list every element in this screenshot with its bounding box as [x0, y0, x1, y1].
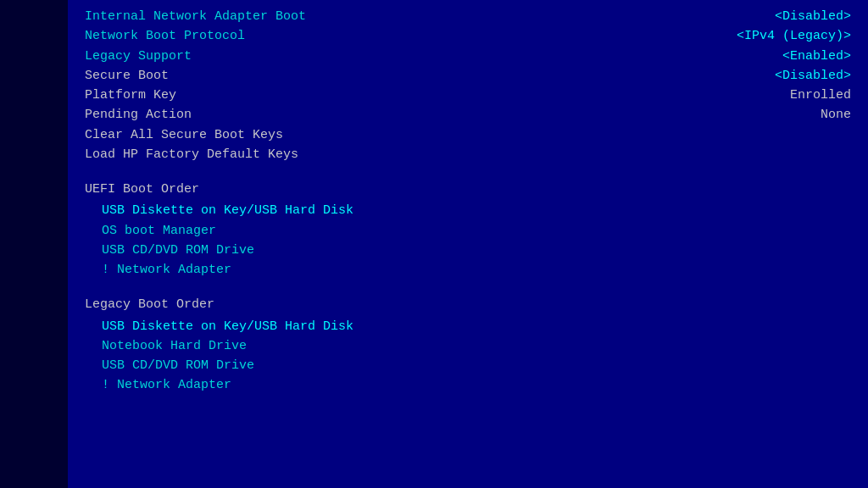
label-internal-network: Internal Network Adapter Boot	[85, 7, 306, 26]
label-clear-secure-boot: Clear All Secure Boot Keys	[85, 125, 283, 145]
value-network-boot-protocol: <IPv4 (Legacy)>	[737, 26, 851, 46]
label-pending-action: Pending Action	[85, 105, 192, 125]
left-panel	[0, 0, 68, 488]
row-network-boot-protocol: Network Boot Protocol <IPv4 (Legacy)>	[85, 26, 851, 46]
spacer-1	[85, 164, 851, 171]
legacy-item-notebook-hdd[interactable]: Notebook Hard Drive	[85, 336, 851, 356]
row-secure-boot: Secure Boot <Disabled>	[85, 66, 851, 86]
uefi-item-network-adapter[interactable]: ! Network Adapter	[85, 260, 851, 280]
bios-content: Internal Network Adapter Boot <Disabled>…	[68, 0, 868, 488]
row-clear-secure-boot[interactable]: Clear All Secure Boot Keys	[85, 125, 851, 145]
legacy-item-usb-cdvd-rom[interactable]: USB CD/DVD ROM Drive	[85, 356, 851, 375]
legacy-item-network-adapter[interactable]: ! Network Adapter	[85, 375, 851, 395]
uefi-item-os-boot-manager[interactable]: OS boot Manager	[85, 221, 851, 241]
legacy-boot-order-header: Legacy Boot Order	[85, 295, 851, 314]
row-load-hp-keys[interactable]: Load HP Factory Default Keys	[85, 145, 851, 164]
label-secure-boot: Secure Boot	[85, 66, 169, 86]
value-legacy-support: <Enabled>	[782, 47, 851, 66]
spacer-2	[85, 280, 851, 286]
row-legacy-support: Legacy Support <Enabled>	[85, 47, 851, 66]
label-legacy-support: Legacy Support	[85, 47, 192, 66]
label-load-hp-keys: Load HP Factory Default Keys	[85, 145, 298, 164]
uefi-item-usb-diskette[interactable]: USB Diskette on Key/USB Hard Disk	[85, 201, 851, 220]
label-network-boot-protocol: Network Boot Protocol	[85, 26, 245, 46]
value-secure-boot: <Disabled>	[775, 66, 851, 86]
uefi-item-usb-cdvd-rom[interactable]: USB CD/DVD ROM Drive	[85, 241, 851, 260]
value-internal-network: <Disabled>	[775, 7, 851, 26]
row-pending-action: Pending Action None	[85, 105, 851, 125]
value-platform-key: Enrolled	[790, 86, 851, 105]
legacy-item-usb-diskette[interactable]: USB Diskette on Key/USB Hard Disk	[85, 317, 851, 336]
value-pending-action: None	[821, 105, 851, 125]
row-internal-network: Internal Network Adapter Boot <Disabled>	[85, 7, 851, 26]
uefi-boot-order-header: UEFI Boot Order	[85, 180, 851, 199]
row-platform-key: Platform Key Enrolled	[85, 86, 851, 105]
label-platform-key: Platform Key	[85, 86, 176, 105]
